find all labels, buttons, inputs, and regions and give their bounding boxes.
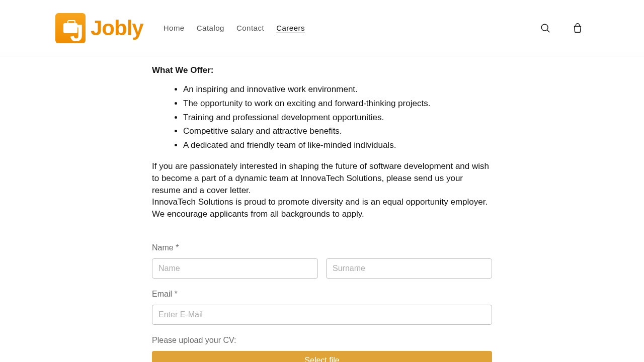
- list-item: Training and professional development op…: [183, 112, 492, 124]
- site-header: J Jobly Home Catalog Contact Careers: [0, 0, 644, 56]
- page-content: What We Offer: An inspiring and innovati…: [152, 56, 492, 362]
- email-input[interactable]: [152, 305, 492, 325]
- logo-mark: J: [55, 13, 86, 43]
- application-form: Name * Email * Please upload your CV: Se…: [152, 243, 492, 362]
- cv-label: Please upload your CV:: [152, 336, 492, 345]
- closing-paragraph-2: InnovaTech Solutions is proud to promote…: [152, 196, 492, 220]
- list-item: The opportunity to work on exciting and …: [183, 98, 492, 110]
- bag-icon: [572, 23, 583, 34]
- list-item: An inspiring and innovative work environ…: [183, 83, 492, 96]
- list-item: Competitive salary and attractive benefi…: [183, 125, 492, 137]
- header-actions: [534, 17, 589, 39]
- nav-careers[interactable]: Careers: [276, 24, 305, 32]
- email-label: Email *: [152, 290, 492, 299]
- main-nav: Home Catalog Contact Careers: [164, 24, 534, 32]
- offer-heading: What We Offer:: [152, 65, 492, 75]
- nav-catalog[interactable]: Catalog: [197, 24, 224, 32]
- brand-logo[interactable]: J Jobly: [55, 13, 143, 43]
- list-item: A dedicated and friendly team of like-mi…: [183, 139, 492, 151]
- brand-name: Jobly: [91, 16, 143, 40]
- cart-button[interactable]: [567, 17, 589, 39]
- logo-letter: J: [70, 21, 84, 45]
- nav-contact[interactable]: Contact: [236, 24, 264, 32]
- nav-home[interactable]: Home: [164, 24, 185, 32]
- search-icon: [540, 23, 551, 34]
- offer-list: An inspiring and innovative work environ…: [152, 83, 492, 151]
- closing-paragraph-1: If you are passionately interested in sh…: [152, 160, 492, 196]
- svg-point-0: [541, 24, 548, 31]
- name-label: Name *: [152, 243, 492, 252]
- svg-line-1: [547, 30, 549, 32]
- search-button[interactable]: [534, 17, 556, 39]
- first-name-input[interactable]: [152, 258, 318, 279]
- surname-input[interactable]: [326, 258, 492, 279]
- select-file-button[interactable]: Select file: [152, 351, 492, 362]
